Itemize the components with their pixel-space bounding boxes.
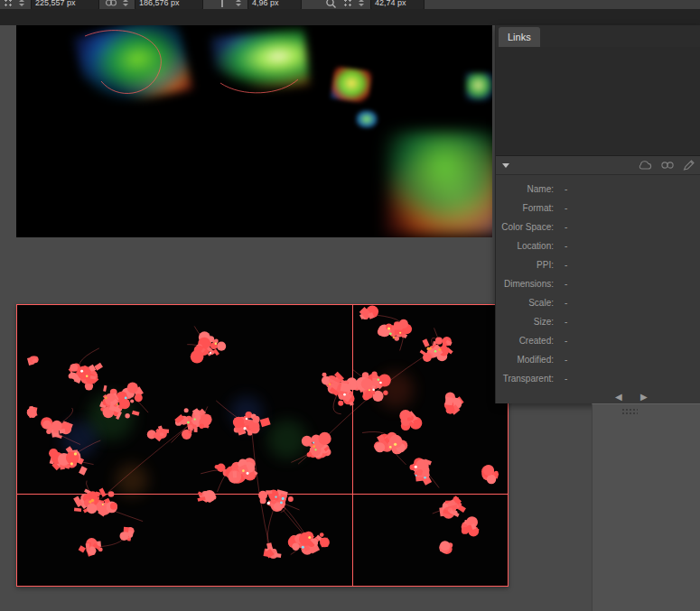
metadata-label: Name: xyxy=(496,184,554,194)
edit-original-icon[interactable] xyxy=(683,160,695,171)
search-icon[interactable] xyxy=(325,0,337,9)
metadata-row: Name:- xyxy=(496,180,700,199)
metadata-label: Modified: xyxy=(496,355,554,365)
metadata-value: - xyxy=(565,222,567,232)
transform-grid-icon[interactable] xyxy=(342,0,353,8)
metadata-label: Created: xyxy=(496,336,554,346)
metadata-value: - xyxy=(565,184,567,194)
links-panel: Links Name:-Format:-Color Space:-Locatio… xyxy=(495,25,700,403)
document-header-strip xyxy=(0,9,700,25)
metadata-row: Transparent:- xyxy=(496,369,700,388)
metadata-row: PPI:- xyxy=(496,255,700,274)
metadata-label: Dimensions: xyxy=(496,279,554,289)
metadata-label: Size: xyxy=(496,317,554,327)
document-canvas-image[interactable] xyxy=(16,25,492,237)
metadata-value: - xyxy=(565,374,567,384)
metadata-label: Transparent: xyxy=(496,374,554,384)
field-1-stepper[interactable] xyxy=(19,0,25,6)
metadata-label: PPI: xyxy=(496,260,554,270)
metadata-value: - xyxy=(565,336,567,346)
artboard[interactable] xyxy=(16,304,509,587)
links-controls-row xyxy=(496,156,700,175)
app-window: { "colors": { "accent_red": "#ff5e5e", "… xyxy=(0,0,700,611)
metadata-label: Location: xyxy=(496,241,554,251)
links-list-area[interactable] xyxy=(496,47,700,156)
metadata-value: - xyxy=(565,260,567,270)
field-3-stepper[interactable] xyxy=(236,0,242,6)
metadata-rows: Name:-Format:-Color Space:-Location:-PPI… xyxy=(496,175,700,388)
tab-links[interactable]: Links xyxy=(499,27,540,47)
reference-point-icon[interactable] xyxy=(3,0,14,8)
disclosure-triangle-icon[interactable] xyxy=(502,163,509,168)
metadata-row: Created:- xyxy=(496,331,700,350)
metadata-value: - xyxy=(565,317,567,327)
dimension-field-4[interactable]: 42,74 px xyxy=(370,0,425,10)
metadata-row: Modified:- xyxy=(496,350,700,369)
dimension-field-1[interactable]: 225,557 px xyxy=(31,0,99,10)
docked-panel-area xyxy=(592,403,700,611)
previous-link-button[interactable]: ◀ xyxy=(615,392,622,402)
next-link-button[interactable]: ▶ xyxy=(640,392,648,402)
field-2-stepper[interactable] xyxy=(123,0,129,6)
metadata-label: Scale: xyxy=(496,298,554,308)
metadata-value: - xyxy=(565,241,567,251)
selected-path-outlines xyxy=(16,25,492,237)
field-4-stepper[interactable] xyxy=(359,0,365,6)
dimension-field-2[interactable]: 186,576 px xyxy=(135,0,203,10)
go-to-link-icon[interactable] xyxy=(660,161,675,170)
corner-radius-icon xyxy=(221,0,230,7)
metadata-value: - xyxy=(565,355,567,365)
relink-cc-library-icon[interactable] xyxy=(638,160,652,171)
panel-grip-handle[interactable] xyxy=(621,408,638,415)
metadata-row: Size:- xyxy=(496,312,700,331)
metadata-value: - xyxy=(565,203,567,213)
link-dimensions-icon[interactable] xyxy=(105,0,117,8)
metadata-label: Color Space: xyxy=(496,222,554,232)
metadata-value: - xyxy=(565,279,567,289)
metadata-value: - xyxy=(565,298,567,308)
metadata-row: Format:- xyxy=(496,199,700,218)
metadata-label: Format: xyxy=(496,203,554,213)
metadata-row: Color Space:- xyxy=(496,218,700,236)
links-panel-header: Links xyxy=(496,25,700,47)
selection-artwork[interactable] xyxy=(16,304,509,587)
metadata-row: Location:- xyxy=(496,236,700,255)
metadata-row: Scale:- xyxy=(496,293,700,312)
metadata-row: Dimensions:- xyxy=(496,274,700,293)
corner-radius-field[interactable]: 4,96 px xyxy=(247,0,302,10)
